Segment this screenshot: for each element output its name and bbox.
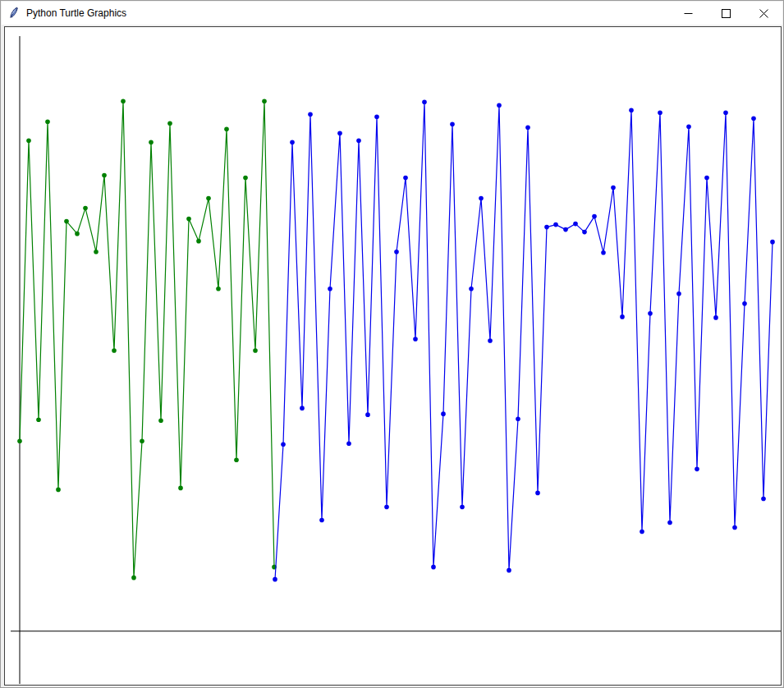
- blue-series-data-point: [573, 222, 578, 227]
- green-series-data-point: [112, 348, 117, 353]
- blue-series-data-point: [553, 222, 558, 227]
- blue-series-data-point: [732, 525, 737, 530]
- green-series-data-point: [216, 287, 221, 291]
- green-series-data-point: [262, 99, 267, 103]
- green-series-data-point: [140, 438, 144, 443]
- close-icon: [759, 9, 768, 18]
- window-title: Python Turtle Graphics: [26, 7, 126, 19]
- green-series-data-point: [243, 176, 248, 181]
- green-series-data-point: [224, 127, 229, 132]
- blue-series-data-point: [413, 337, 418, 342]
- blue-series-data-point: [328, 287, 332, 291]
- green-series-data-point: [234, 458, 239, 463]
- blue-series-data-point: [582, 230, 587, 235]
- blue-series-data-point: [742, 301, 747, 306]
- turtle-plot: [5, 27, 781, 685]
- green-series-data-point: [36, 417, 41, 422]
- blue-series-data-point: [394, 250, 399, 255]
- window-controls: [669, 2, 782, 25]
- blue-series-data-point: [658, 110, 663, 115]
- green-series-data-point: [158, 418, 163, 423]
- blue-series-data-point: [460, 505, 465, 510]
- blue-series-data-point: [713, 315, 718, 320]
- blue-series-data-point: [479, 196, 484, 201]
- blue-series-data-point: [422, 99, 427, 104]
- blue-series-data-point: [686, 124, 691, 129]
- minimize-icon: [684, 9, 693, 18]
- blue-series-data-point: [403, 176, 408, 181]
- blue-series-data-point: [592, 214, 597, 219]
- blue-series-data-point: [516, 416, 520, 421]
- blue-series-data-point: [281, 442, 286, 447]
- blue-series-data-point: [308, 112, 313, 117]
- green-series-data-point: [149, 140, 154, 145]
- blue-series-data-point: [770, 240, 775, 245]
- green-series-data-point: [83, 206, 88, 211]
- blue-series-data-point: [611, 186, 616, 190]
- green-series-data-point: [196, 239, 201, 244]
- blue-series-data-point: [431, 565, 436, 570]
- blue-series-data-point: [601, 250, 606, 255]
- blue-series-data-point: [535, 491, 540, 496]
- green-series-data-point: [26, 139, 31, 144]
- blue-series-data-point: [300, 406, 305, 411]
- blue-series-data-point: [676, 291, 681, 296]
- maximize-icon: [722, 9, 731, 18]
- green-series-data-point: [102, 173, 107, 178]
- blue-series-data-point: [337, 131, 342, 136]
- green-series-data-point: [56, 488, 61, 493]
- maximize-button[interactable]: [707, 2, 745, 25]
- green-series-data-point: [75, 232, 80, 236]
- green-series-data-point: [186, 217, 191, 222]
- blue-series-data-point: [563, 227, 568, 232]
- blue-series-data-point: [441, 411, 446, 416]
- blue-series-data-point: [695, 467, 699, 472]
- blue-series-data-point: [751, 116, 756, 121]
- close-button[interactable]: [745, 2, 782, 25]
- blue-series-data-point: [450, 122, 455, 126]
- green-series-data-point: [121, 99, 126, 103]
- blue-series-data-point: [723, 110, 728, 115]
- blue-series-data-point: [648, 311, 653, 316]
- green-series-data-point: [178, 486, 183, 491]
- blue-series-data-point: [525, 125, 530, 130]
- blue-series-data-point: [319, 518, 324, 523]
- green-series-data-point: [253, 348, 258, 353]
- blue-series-data-point: [356, 139, 361, 144]
- turtle-graphics-window: Python Turtle Graphics: [0, 0, 784, 688]
- blue-series-data-point: [640, 530, 644, 534]
- title-bar: Python Turtle Graphics: [2, 2, 782, 25]
- blue-series-data-point: [469, 287, 474, 291]
- blue-series-data-point: [704, 176, 709, 181]
- blue-series-data-point: [761, 497, 766, 502]
- blue-series-data-point: [629, 108, 634, 112]
- green-series-data-point: [206, 196, 211, 201]
- blue-series-data-point: [290, 140, 295, 145]
- blue-series-data-point: [374, 114, 379, 119]
- blue-series-data-point: [273, 577, 277, 582]
- blue-series-data-point: [507, 568, 511, 573]
- green-series-data-point: [17, 438, 22, 443]
- green-series-data-point: [94, 250, 99, 255]
- green-series-data-point: [131, 576, 136, 580]
- green-series-data-point: [45, 119, 50, 124]
- green-series-data-point: [64, 219, 69, 224]
- blue-series-line: [275, 102, 773, 579]
- green-series-data-point: [167, 121, 172, 126]
- blue-series-data-point: [620, 314, 625, 319]
- blue-series-data-point: [384, 505, 389, 510]
- blue-series-data-point: [544, 225, 549, 230]
- blue-series-data-point: [346, 441, 351, 446]
- blue-series-data-point: [667, 521, 672, 525]
- green-series-line: [20, 101, 274, 577]
- minimize-button[interactable]: [669, 2, 707, 25]
- blue-series-data-point: [365, 412, 370, 417]
- turtle-canvas: [4, 26, 782, 686]
- blue-series-data-point: [497, 103, 502, 108]
- tk-feather-icon: [7, 7, 21, 20]
- blue-series-data-point: [488, 338, 493, 343]
